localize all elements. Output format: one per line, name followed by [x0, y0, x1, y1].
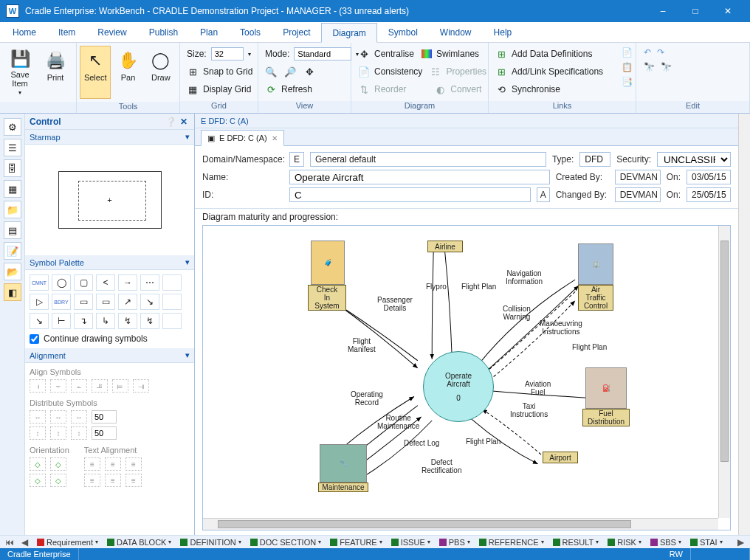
zoom-in-icon[interactable]: 🔍 [265, 66, 277, 77]
viewbar-item[interactable]: SBS▾ [647, 538, 684, 547]
viewbar-item[interactable]: PBS▾ [436, 538, 473, 547]
redo-icon[interactable]: ↷ [657, 47, 664, 58]
palette-symbol[interactable]: ▭ [96, 294, 115, 310]
node-fuel-image[interactable]: ⛽ [585, 367, 627, 409]
talign-icon[interactable]: ≡ [84, 474, 100, 487]
viewbar-prev-icon[interactable]: ◀ [19, 537, 30, 547]
vertical-scrollbar[interactable] [718, 226, 730, 518]
talign-icon[interactable]: ≡ [125, 457, 142, 471]
undo-icon[interactable]: ↶ [644, 47, 651, 58]
menu-help[interactable]: Help [483, 22, 523, 42]
palette-symbol[interactable]: ↴ [74, 313, 93, 329]
help-icon[interactable]: ❔ [165, 116, 176, 128]
dist-icon[interactable]: ↕ [50, 426, 66, 440]
id-input[interactable] [289, 187, 531, 202]
draw-tool-button[interactable]: ◯ Draw [145, 46, 176, 99]
display-grid-button[interactable]: ▦ Display Grid [183, 81, 256, 97]
menu-review[interactable]: Review [86, 22, 137, 42]
dist-icon[interactable]: ↕ [30, 426, 46, 440]
consistency-button[interactable]: 📄Consistency [354, 63, 426, 80]
close-button[interactable]: ✕ [712, 0, 744, 22]
document-tab[interactable]: ▣ E DFD: C (A) ✕ [201, 130, 284, 146]
id-suffix-field[interactable]: A [537, 187, 550, 202]
palette-symbol[interactable]: ↗ [118, 294, 137, 310]
palette-symbol[interactable]: < [96, 274, 115, 291]
align-icon[interactable]: ⫠ [71, 379, 87, 393]
palette-symbol[interactable]: ◯ [52, 274, 71, 291]
mode-select[interactable] [294, 47, 351, 61]
menu-diagram[interactable]: Diagram [321, 23, 376, 43]
orient-icon[interactable]: ◇ [30, 457, 46, 471]
close-tab-icon[interactable]: ✕ [272, 134, 278, 142]
chevron-down-icon[interactable]: ▾ [185, 257, 190, 267]
print-button[interactable]: 🖨️ Print [38, 46, 72, 99]
pan-tool-button[interactable]: ✋ Pan [112, 46, 143, 99]
orient-icon[interactable]: ◇ [50, 474, 66, 487]
rail-note-icon[interactable]: 📝 [4, 242, 21, 260]
replace-icon[interactable]: 🔭 [661, 62, 672, 72]
node-airport[interactable]: Airport [543, 452, 578, 463]
menu-home[interactable]: Home [1, 22, 47, 42]
node-checkin-image[interactable]: 🧳 [311, 241, 345, 285]
grid-size-row[interactable]: Size: ▾ [183, 46, 256, 62]
dist-icon[interactable]: ↔ [71, 410, 87, 424]
swimlanes-button[interactable]: Swimlanes [418, 46, 483, 62]
process-operate-aircraft[interactable]: Operate Aircraft 0 [423, 351, 494, 422]
menu-publish[interactable]: Publish [138, 22, 189, 42]
rail-db-icon[interactable]: 🗄 [4, 159, 21, 177]
node-airline[interactable]: Airline [427, 241, 463, 252]
viewbar-next-icon[interactable]: ▶ [735, 537, 746, 547]
align-icon[interactable]: ⫣ [133, 379, 149, 393]
palette-symbol[interactable]: → [118, 274, 137, 291]
chevron-down-icon[interactable]: ▾ [185, 132, 190, 142]
talign-icon[interactable]: ≡ [84, 457, 100, 471]
refresh-button[interactable]: ⟳ Refresh [261, 81, 362, 97]
node-maintenance-image[interactable]: 🔧 [320, 444, 367, 483]
domain-code-field[interactable]: E [289, 152, 304, 167]
starmap[interactable]: + [25, 145, 194, 255]
type-field[interactable]: DFD [579, 152, 610, 167]
palette-symbol[interactable] [162, 313, 182, 329]
viewbar-item[interactable]: RISK▾ [605, 538, 644, 547]
horizontal-scrollbar[interactable] [203, 518, 718, 530]
palette-symbol[interactable]: ↯ [140, 313, 159, 329]
diagram-canvas[interactable]: Operate Aircraft 0 Airline 🏢 Air Traffic… [203, 226, 718, 518]
talign-icon[interactable]: ≡ [105, 457, 121, 471]
dist-icon[interactable]: ↕ [71, 426, 87, 440]
palette-symbol[interactable]: ▭ [74, 294, 93, 310]
pan-icon[interactable]: ✥ [303, 66, 315, 77]
continue-drawing-checkbox[interactable] [30, 334, 39, 344]
menu-symbol[interactable]: Symbol [377, 22, 429, 42]
align-icon[interactable]: ⫢ [112, 379, 128, 393]
link-tool-2-icon[interactable]: 📋 [622, 62, 633, 72]
viewbar-item[interactable]: ISSUE▾ [388, 538, 433, 547]
viewbar-first-icon[interactable]: ⏮ [4, 537, 15, 547]
close-panel-icon[interactable]: ✕ [178, 116, 190, 128]
menu-window[interactable]: Window [429, 22, 483, 42]
dist-v-input[interactable] [92, 426, 117, 440]
menu-project[interactable]: Project [272, 22, 321, 42]
grid-size-input[interactable] [211, 47, 244, 61]
menu-plan[interactable]: Plan [189, 22, 229, 42]
rail-list-icon[interactable]: ☰ [4, 139, 21, 156]
link-tool-1-icon[interactable]: 📄 [622, 47, 633, 58]
palette-symbol[interactable]: CMNT [30, 274, 49, 291]
domain-name-field[interactable]: General default [310, 152, 546, 167]
zoom-out-icon[interactable]: 🔎 [284, 66, 296, 77]
align-icon[interactable]: ⫞ [30, 379, 46, 393]
palette-symbol[interactable] [162, 274, 182, 291]
palette-symbol[interactable]: ↘ [140, 294, 159, 310]
align-icon[interactable]: ⫟ [50, 379, 66, 393]
synchronise-button[interactable]: ⟲Synchronise [492, 81, 620, 97]
palette-symbol[interactable]: ↳ [96, 313, 115, 329]
security-select[interactable]: UNCLASSIFIED [657, 152, 731, 167]
viewbar-item[interactable]: STAI▾ [687, 538, 726, 547]
chevron-down-icon[interactable]: ▾ [185, 350, 190, 360]
menu-tools[interactable]: Tools [229, 22, 272, 42]
orient-icon[interactable]: ◇ [50, 457, 66, 471]
name-input[interactable] [289, 170, 550, 184]
rail-diagram-icon[interactable]: ◧ [4, 283, 21, 301]
viewbar-item[interactable]: Requirement▾ [34, 538, 101, 547]
view-mode-row[interactable]: Mode: ▾ [261, 46, 362, 62]
align-icon[interactable]: ⫡ [92, 379, 108, 393]
